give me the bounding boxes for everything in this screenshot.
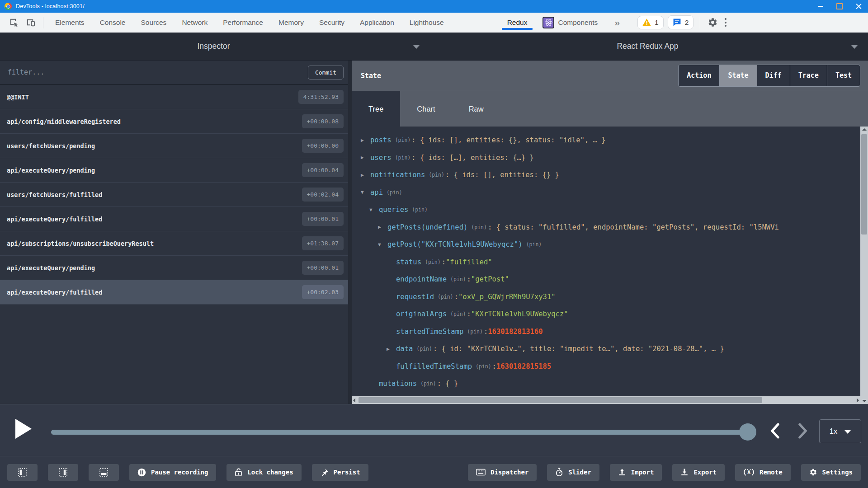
scroll-up-icon[interactable]	[862, 128, 867, 131]
panel-divider[interactable]	[348, 61, 352, 404]
scroll-down-icon[interactable]	[862, 400, 867, 402]
expand-arrow-icon[interactable]: ▶	[387, 346, 396, 352]
kebab-menu-icon[interactable]	[721, 18, 734, 27]
pin-label[interactable]: (pin)	[476, 363, 491, 370]
step-back-button[interactable]	[769, 422, 781, 439]
pause-recording-button[interactable]: Pause recording	[129, 464, 216, 481]
action-row[interactable]: users/fetchUsers/fulfilled+00:02.04	[0, 183, 348, 207]
view-tab-tree[interactable]: Tree	[352, 91, 400, 127]
pin-label[interactable]: (pin)	[425, 259, 441, 265]
mode-test-button[interactable]: Test	[827, 65, 860, 87]
horizontal-scrollbar[interactable]	[352, 396, 860, 404]
tab-redux[interactable]: Redux	[500, 13, 535, 32]
vertical-scrollbar[interactable]	[860, 127, 868, 404]
restore-button[interactable]	[830, 0, 849, 13]
warnings-badge[interactable]: 1	[637, 16, 664, 29]
import-button[interactable]: Import	[610, 464, 662, 481]
pin-label[interactable]: (pin)	[467, 328, 483, 335]
tree-node[interactable]: endpointName(pin): "getPost"	[356, 271, 860, 288]
pin-label[interactable]: (pin)	[450, 276, 466, 282]
tab-sources[interactable]: Sources	[133, 13, 175, 32]
view-tab-chart[interactable]: Chart	[400, 91, 452, 127]
tab-elements[interactable]: Elements	[47, 13, 92, 32]
pin-label[interactable]: (pin)	[395, 137, 411, 143]
expand-arrow-icon[interactable]: ▶	[361, 155, 370, 160]
messages-badge[interactable]: 2	[668, 15, 694, 29]
dock-left-button[interactable]	[7, 464, 38, 481]
tab-console[interactable]: Console	[92, 13, 133, 32]
tree-node[interactable]: fulfilledTimeStamp(pin): 1630182815185	[356, 358, 860, 375]
dock-bottom-button[interactable]	[89, 464, 119, 481]
tab-security[interactable]: Security	[311, 13, 352, 32]
tree-node[interactable]: ▼api(pin)	[356, 184, 860, 202]
settings-button[interactable]: Settings	[801, 464, 861, 481]
close-button[interactable]	[849, 0, 868, 13]
timeline-slider-track[interactable]	[51, 430, 753, 435]
expand-arrow-icon[interactable]: ▶	[361, 172, 370, 178]
action-row[interactable]: api/subscriptions/unsubscribeQueryResult…	[0, 231, 348, 256]
mode-state-button[interactable]: State	[719, 65, 757, 87]
tab-performance[interactable]: Performance	[215, 13, 271, 32]
monitor-select[interactable]: Inspector	[0, 33, 427, 60]
tree-node[interactable]: ▶notifications(pin): { ids: [], entities…	[356, 166, 860, 184]
action-row[interactable]: @@INIT4:31:52.93	[0, 85, 348, 109]
tab-memory[interactable]: Memory	[271, 13, 311, 32]
scroll-left-icon[interactable]	[353, 398, 355, 403]
action-row[interactable]: api/executeQuery/fulfilled+00:02.03	[0, 280, 348, 305]
tab-application[interactable]: Application	[352, 13, 402, 32]
instance-select[interactable]: React Redux App	[427, 33, 868, 60]
pin-label[interactable]: (pin)	[429, 172, 444, 178]
tree-node[interactable]: startedTimeStamp(pin): 1630182813160	[356, 323, 860, 341]
pin-label[interactable]: (pin)	[526, 241, 542, 248]
tree-node[interactable]: ▶posts(pin): { ids: [], entities: {}, st…	[356, 131, 860, 149]
tree-node[interactable]: ▼getPost("KXrTCNle1vhL9UWebyqcz")(pin)	[356, 236, 860, 253]
minimize-button[interactable]	[811, 0, 830, 13]
tree-node[interactable]: ▶getPosts(undefined)(pin): { status: "fu…	[356, 219, 860, 236]
mode-trace-button[interactable]: Trace	[790, 65, 827, 87]
expand-arrow-icon[interactable]: ▶	[378, 224, 387, 230]
pin-label[interactable]: (pin)	[450, 311, 466, 317]
tab-lighthouse[interactable]: Lighthouse	[402, 13, 452, 32]
expand-arrow-icon[interactable]: ▶	[361, 137, 370, 143]
vertical-scroll-thumb[interactable]	[861, 134, 867, 235]
pin-label[interactable]: (pin)	[387, 189, 402, 196]
export-button[interactable]: Export	[672, 464, 725, 481]
action-row[interactable]: api/executeQuery/fulfilled+00:00.01	[0, 207, 348, 231]
scroll-right-icon[interactable]	[857, 398, 859, 403]
pin-label[interactable]: (pin)	[420, 380, 436, 387]
action-row[interactable]: users/fetchUsers/pending+00:00.00	[0, 134, 348, 158]
dispatcher-button[interactable]: Dispatcher	[468, 464, 537, 481]
action-row[interactable]: api/executeQuery/pending+00:00.01	[0, 256, 348, 280]
tree-node[interactable]: status(pin): "fulfilled"	[356, 253, 860, 271]
view-tab-raw[interactable]: Raw	[452, 91, 500, 127]
tree-node[interactable]: requestId(pin): "oxV_p_GQWjrRMh9U7xy31"	[356, 288, 860, 306]
dock-right-button[interactable]	[48, 464, 78, 481]
remote-button[interactable]: ARemote	[735, 464, 791, 481]
mode-action-button[interactable]: Action	[678, 65, 720, 87]
slider-button[interactable]: Slider	[547, 464, 599, 481]
persist-button[interactable]: Persist	[312, 464, 368, 481]
collapse-arrow-icon[interactable]: ▼	[361, 189, 370, 195]
settings-gear-icon[interactable]	[704, 17, 721, 28]
playback-speed-select[interactable]: 1x	[819, 419, 861, 443]
commit-button[interactable]: Commit	[308, 66, 344, 80]
pin-label[interactable]: (pin)	[416, 346, 432, 352]
tab-network[interactable]: Network	[174, 13, 215, 32]
collapse-arrow-icon[interactable]: ▼	[369, 207, 379, 213]
collapse-arrow-icon[interactable]: ▼	[378, 242, 387, 248]
horizontal-scroll-thumb[interactable]	[359, 397, 762, 403]
tree-node[interactable]: ▼queries(pin)	[356, 201, 860, 219]
tree-node[interactable]: provided(pin): { }	[356, 393, 860, 397]
tree-node[interactable]: originalArgs(pin): "KXrTCNle1vhL9UWebyqc…	[356, 305, 860, 323]
mode-diff-button[interactable]: Diff	[757, 65, 790, 87]
pin-label[interactable]: (pin)	[471, 224, 487, 230]
tree-node[interactable]: ▶data(pin): { id: "KXrTCNle1v…", title: …	[356, 340, 860, 358]
more-tabs-icon[interactable]: »	[607, 17, 627, 28]
pin-label[interactable]: (pin)	[412, 206, 428, 213]
inspect-element-icon[interactable]	[5, 17, 22, 28]
action-row[interactable]: api/executeQuery/pending+00:00.04	[0, 158, 348, 183]
action-row[interactable]: api/config/middlewareRegistered+00:00.08	[0, 109, 348, 134]
pin-label[interactable]: (pin)	[395, 155, 411, 161]
step-forward-button[interactable]	[797, 422, 809, 439]
tree-node[interactable]: ▶users(pin): { ids: […], entities: {…} }	[356, 149, 860, 167]
